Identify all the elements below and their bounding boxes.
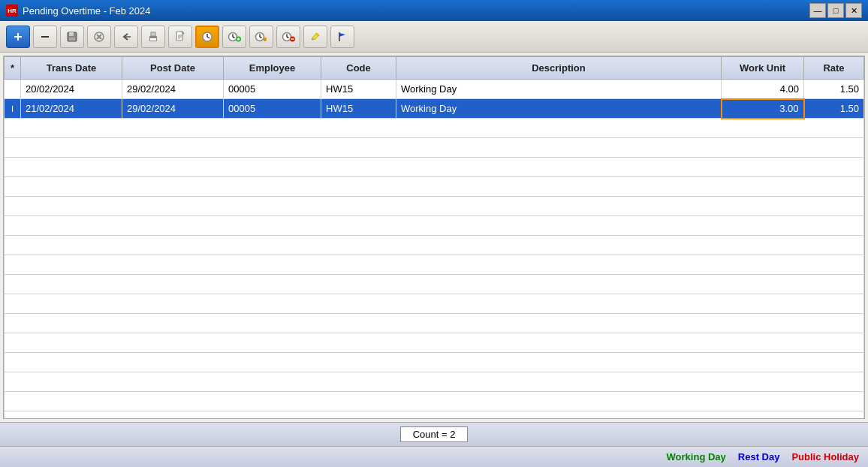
app-icon: HR (6, 5, 18, 17)
table-row-empty (5, 275, 864, 294)
print-button[interactable] (141, 26, 165, 48)
data-table-container: * Trans Date Post Date Employee Code Des… (3, 56, 865, 419)
status-bar: Count = 2 (0, 422, 868, 446)
trans-date-cell: 21/02/2024 (21, 99, 122, 119)
table-row[interactable]: I 21/02/2024 29/02/2024 00005 HW15 Worki… (5, 99, 864, 119)
col-header-code[interactable]: Code (321, 57, 396, 80)
table-row-empty (5, 255, 864, 275)
clock-button[interactable] (195, 26, 219, 48)
toolbar (0, 21, 868, 53)
close-button[interactable]: ✕ (845, 3, 862, 18)
legend-bar: Working Day Rest Day Public Holiday (0, 446, 868, 467)
row-indicator: I (5, 99, 21, 119)
rate-cell: 1.50 (804, 80, 864, 99)
col-header-employee[interactable]: Employee (224, 57, 321, 80)
table-row-empty (5, 372, 864, 392)
title-bar: HR Pending Overtime - Feb 2024 — □ ✕ (0, 0, 868, 21)
table-row-empty (5, 392, 864, 411)
cancel-button[interactable] (87, 26, 111, 48)
col-header-post-date[interactable]: Post Date (122, 57, 224, 80)
main-area: * Trans Date Post Date Employee Code Des… (0, 53, 868, 467)
maximize-button[interactable]: □ (827, 3, 844, 18)
description-cell: Working Day (396, 99, 722, 119)
employee-cell: 00005 (224, 80, 321, 99)
remove-button[interactable] (33, 26, 57, 48)
legend-working-day[interactable]: Working Day (667, 451, 726, 462)
work-unit-cell: 4.00 (722, 80, 804, 99)
table-row-empty (5, 138, 864, 158)
code-cell: HW15 (321, 99, 396, 119)
add-button[interactable] (6, 26, 30, 48)
flag-button[interactable] (330, 26, 354, 48)
note-button[interactable] (303, 26, 327, 48)
minimize-button[interactable]: — (809, 3, 826, 18)
table-row-empty (5, 158, 864, 177)
table-row-empty (5, 314, 864, 333)
document-button[interactable] (168, 26, 192, 48)
table-row-empty (5, 333, 864, 353)
overtime-table: * Trans Date Post Date Employee Code Des… (4, 56, 864, 419)
window-title: Pending Overtime - Feb 2024 (23, 5, 151, 17)
col-header-rate[interactable]: Rate (804, 57, 864, 80)
svg-rect-12 (150, 38, 156, 41)
edit-clock-button[interactable] (249, 26, 273, 48)
employee-cell: 00005 (224, 99, 321, 119)
table-row-empty (5, 236, 864, 255)
description-cell: Working Day (396, 80, 722, 99)
table-row-empty (5, 353, 864, 372)
table-row-empty (5, 294, 864, 314)
trans-date-cell: 20/02/2024 (21, 80, 122, 99)
legend-public-holiday[interactable]: Public Holiday (791, 451, 859, 462)
table-row[interactable]: 20/02/2024 29/02/2024 00005 HW15 Working… (5, 80, 864, 99)
col-header-description[interactable]: Description (396, 57, 722, 80)
table-row-empty (5, 411, 864, 420)
svg-rect-13 (176, 32, 182, 41)
svg-rect-5 (69, 38, 75, 41)
col-header-trans-date[interactable]: Trans Date (21, 57, 122, 80)
code-cell: HW15 (321, 80, 396, 99)
post-date-cell: 29/02/2024 (122, 99, 224, 119)
table-row-empty (5, 197, 864, 216)
delete-clock-button[interactable] (276, 26, 300, 48)
table-row-empty (5, 119, 864, 138)
col-header-indicator: * (5, 57, 21, 80)
table-row-empty (5, 177, 864, 197)
row-indicator (5, 80, 21, 99)
add-clock-button[interactable] (222, 26, 246, 48)
col-header-work-unit[interactable]: Work Unit (722, 57, 804, 80)
count-display: Count = 2 (400, 426, 469, 442)
save-button[interactable] (60, 26, 84, 48)
legend-rest-day[interactable]: Rest Day (738, 451, 780, 462)
back-button[interactable] (114, 26, 138, 48)
svg-rect-11 (151, 32, 155, 36)
rate-cell: 1.50 (804, 99, 864, 119)
post-date-cell: 29/02/2024 (122, 80, 224, 99)
table-row-empty (5, 216, 864, 236)
work-unit-cell: 3.00 (722, 99, 804, 119)
svg-rect-4 (69, 32, 74, 36)
